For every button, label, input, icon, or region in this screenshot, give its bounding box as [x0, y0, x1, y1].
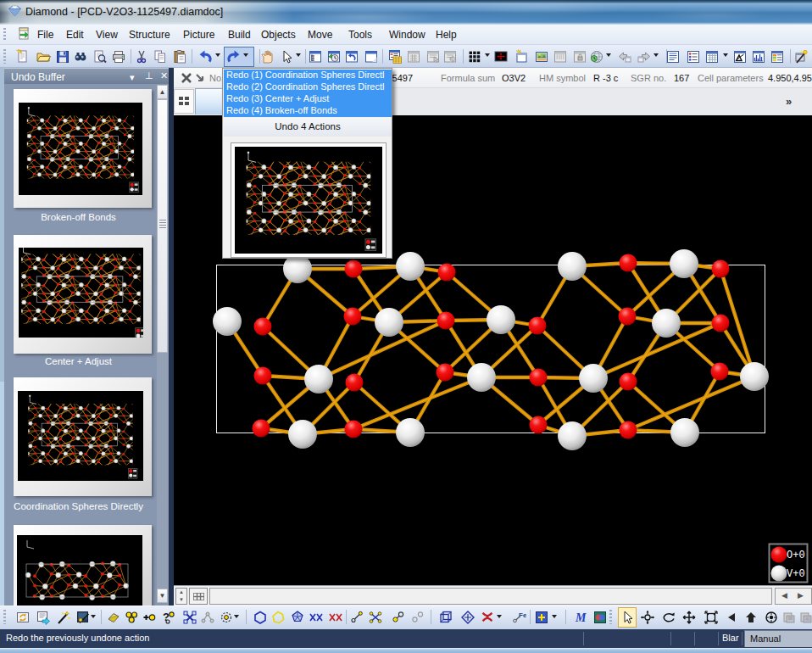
svg-text:O+0: O+0 — [787, 550, 805, 561]
svg-text:M: M — [575, 611, 587, 624]
svg-text:V+0: V+0 — [787, 568, 805, 580]
svg-text:Fe: Fe — [519, 611, 526, 619]
